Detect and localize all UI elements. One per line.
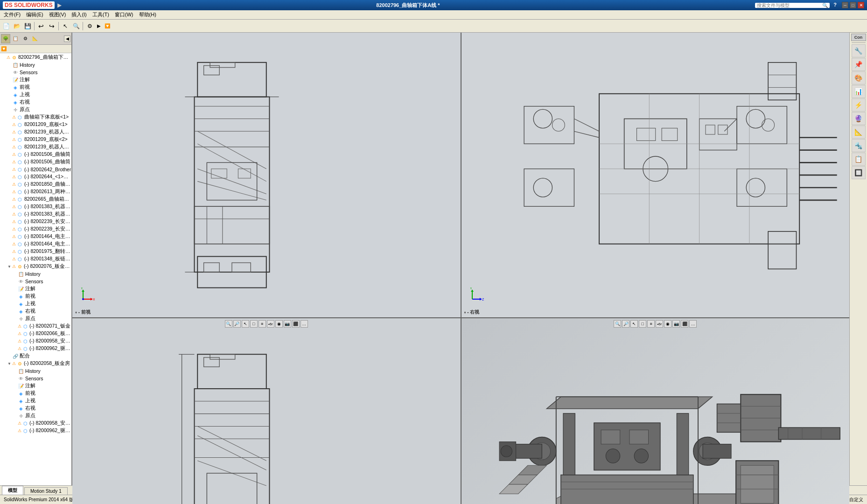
vp-lines[interactable]: ≡ (259, 320, 266, 328)
vp-cursor[interactable]: ↖ (242, 320, 249, 328)
tb-undo[interactable]: ↩ (36, 21, 46, 31)
menu-file[interactable]: 文件(F) (1, 10, 23, 19)
tree-item[interactable]: ⚠⬡(-) 82002066_板金房 (0, 330, 71, 337)
vp-zoom-out[interactable]: 🔎 (233, 320, 241, 328)
search-input[interactable] (757, 3, 822, 8)
tb-expand[interactable]: ▶ (96, 21, 102, 31)
tab-motion[interactable]: Motion Study 1 (24, 487, 68, 495)
rp-btn-1[interactable]: 🔧 (852, 44, 866, 57)
tb-zoom[interactable]: 🔍 (71, 21, 81, 31)
3d-blk[interactable]: ⬛ (681, 320, 688, 328)
tree-item[interactable]: ▼⚠⚙(-) 82002058_板金房 (0, 360, 71, 367)
rp-btn-8[interactable]: 🔩 (852, 139, 866, 152)
tree-item[interactable]: ⚠⬡(-) 82001464_电主轴交架 (0, 240, 71, 248)
dxf-icon[interactable]: 📐 (30, 34, 40, 43)
tree-item[interactable]: 📝注解 (0, 76, 71, 84)
rp-btn-6[interactable]: 🔮 (852, 112, 866, 125)
tree-item[interactable]: ▼⚠⚙(-) 82002076_板金房项 (0, 263, 71, 270)
vp-camera[interactable]: 📷 (284, 320, 291, 328)
tb-filter[interactable]: 🔽 (102, 21, 112, 31)
tree-item[interactable]: ✛原点 (0, 412, 71, 420)
rp-btn-2[interactable]: 📌 (852, 58, 866, 71)
tree-item[interactable]: ⚠⬡(-) 82000958_安全开 (0, 337, 71, 345)
search-icon[interactable]: 🔍 (822, 3, 828, 8)
tb-new[interactable]: 📄 (1, 21, 11, 31)
tree-expand-arrow[interactable]: ▼ (7, 265, 12, 269)
tree-item[interactable]: 📋History (0, 367, 71, 375)
tree-item[interactable]: ⚠⬡82001239_机器人登线 (0, 128, 71, 136)
menu-view[interactable]: 视图(V) (46, 10, 69, 19)
3d-sphere[interactable]: ◉ (664, 320, 671, 328)
3d-cam[interactable]: 📷 (672, 320, 680, 328)
tree-item[interactable]: ⚠⬡(-) 82002239_长安曲轴 (0, 225, 71, 233)
menu-insert[interactable]: 插入(I) (69, 10, 89, 19)
tree-item[interactable]: ⚠⬡82001239_机器人登线 (0, 143, 71, 151)
close-btn[interactable]: ✕ (858, 2, 864, 8)
tree-item[interactable]: ✛原点 (0, 315, 71, 322)
tree-item[interactable]: ⚠⬡82002665_曲轴箱下体 (0, 196, 71, 203)
tree-item[interactable]: ◈上视 (0, 91, 71, 98)
help-btn[interactable]: ? (833, 2, 837, 8)
tree-item[interactable]: ⚠⬡(-) 82000962_驱动件 (0, 427, 71, 434)
viewport-3d[interactable]: 🔍 🔎 ↖ □ ≡ •6r ◉ 📷 ⬛ … (461, 318, 850, 504)
tree-item[interactable]: ⚠⬡(-) 82001506_曲轴筒 (0, 158, 71, 166)
tree-item[interactable]: 📋History (0, 270, 71, 278)
tree-item[interactable]: ⚠⬡(-) 82002239_长安曲轴 (0, 218, 71, 225)
tree-item[interactable]: ⚠⬡(-) 82001464_电主轴交架 (0, 233, 71, 240)
tree-item[interactable]: ◈前视 (0, 84, 71, 91)
tree-item[interactable]: ⚠⬡82001209_底板<1> (0, 121, 71, 128)
tree-item[interactable]: ◈上视 (0, 300, 71, 308)
tree-item[interactable]: 👁Sensors (0, 69, 71, 76)
3d-more[interactable]: … (689, 320, 697, 328)
vp-black[interactable]: ⬛ (292, 320, 300, 328)
tb-save[interactable]: 💾 (22, 21, 33, 31)
maximize-btn[interactable]: □ (850, 2, 856, 8)
tree-item[interactable]: 🔗配合 (0, 352, 71, 360)
vp-more[interactable]: … (301, 320, 308, 328)
tb-settings[interactable]: ⚙ (84, 21, 95, 31)
tree-expand-arrow[interactable]: ▼ (7, 362, 12, 366)
menu-help[interactable]: 帮助(H) (136, 10, 159, 19)
tree-item[interactable]: 📝注解 (0, 382, 71, 390)
3d-mode[interactable]: •6r (656, 320, 663, 328)
tree-item[interactable]: ◈前视 (0, 293, 71, 300)
tree-item[interactable]: 👁Sensors (0, 278, 71, 285)
3d-zoom-out[interactable]: 🔎 (622, 320, 629, 328)
tree-item[interactable]: 📝注解 (0, 285, 71, 293)
property-manager-icon[interactable]: 📋 (11, 34, 20, 43)
3d-lines[interactable]: ≡ (647, 320, 655, 328)
rp-btn-10[interactable]: 🔲 (852, 166, 866, 179)
vp-zoom-in[interactable]: 🔍 (225, 320, 232, 328)
tree-item[interactable]: ⚠⬡(-) 82002071_钣金 (0, 322, 71, 330)
menu-window[interactable]: 窗口(W) (112, 10, 136, 19)
minimize-btn[interactable]: ─ (842, 2, 848, 8)
tree-item[interactable]: ◈右视 (0, 98, 71, 106)
tree-item[interactable]: ⚠⚙82002796_曲轴箱下体A线 (0, 54, 71, 61)
tree-item[interactable]: ◈右视 (0, 308, 71, 315)
vp-dot[interactable]: •6r (267, 320, 274, 328)
tree-item[interactable]: 👁Sensors (0, 375, 71, 382)
tree-item[interactable]: ◈前视 (0, 390, 71, 397)
3d-zoom-in[interactable]: 🔍 (614, 320, 621, 328)
tree-item[interactable]: 📋History (0, 61, 71, 69)
feature-tree[interactable]: ⚠⚙82002796_曲轴箱下体A线📋History👁Sensors📝注解◈前视… (0, 53, 71, 485)
tb-select[interactable]: ↖ (60, 21, 70, 31)
vp-box[interactable]: □ (250, 320, 258, 328)
tree-item[interactable]: ✛原点 (0, 106, 71, 113)
menu-tools[interactable]: 工具(T) (90, 10, 112, 19)
tree-item[interactable]: ⚠⬡(-) 82000962_驱动件* (0, 345, 71, 352)
collapse-btn[interactable]: ◀ (64, 35, 70, 42)
menu-edit[interactable]: 编辑(E) (23, 10, 46, 19)
3d-cursor[interactable]: ↖ (630, 320, 638, 328)
config-manager-icon[interactable]: ⚙ (21, 34, 30, 43)
tree-item[interactable]: ⚠⬡(-) 82001850_曲轴箱下 (0, 181, 71, 188)
tree-item[interactable]: ⚠⬡82001209_底板<2> (0, 136, 71, 143)
tree-item[interactable]: ⚠⬡曲轴箱下体底板<1> (0, 113, 71, 121)
tree-item[interactable]: ⚠⬡(-) 82001506_曲轴筒 (0, 151, 71, 158)
tree-item[interactable]: ⚠⬡(-) 82002642_Brother (0, 166, 71, 173)
tree-item[interactable]: ⚠⬡(-) 82001383_机器人登线 (0, 203, 71, 210)
vp-sphere[interactable]: ◉ (275, 320, 283, 328)
rp-btn-9[interactable]: 📋 (852, 153, 866, 166)
tab-model[interactable]: 模型 (2, 486, 23, 495)
tree-item[interactable]: ◈右视 (0, 405, 71, 412)
